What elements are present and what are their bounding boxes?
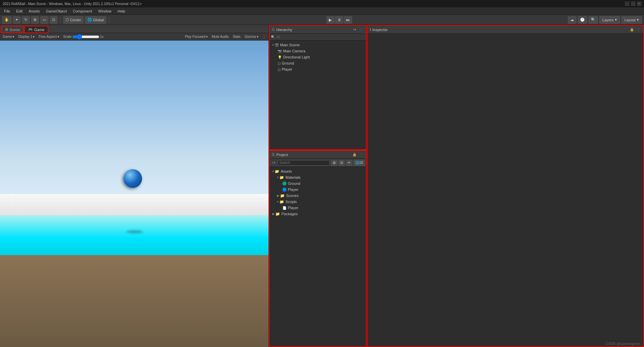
menu-assets[interactable]: Assets <box>26 8 43 14</box>
project-ground-material[interactable]: Ground <box>270 180 366 187</box>
game-toolbar: Game ▾ Display 1 ▾ Free Aspect ▾ Scale 1… <box>0 33 269 41</box>
stats-label: Stats <box>233 35 240 39</box>
project-player-material[interactable]: Player <box>270 187 366 193</box>
rect-tool[interactable]: ▭ <box>40 16 48 24</box>
hierarchy-item-main-camera[interactable]: 📷 Main Camera <box>270 48 366 54</box>
project-lock-button[interactable]: 🔒 <box>352 152 357 157</box>
project-scripts-folder[interactable]: ▾ 📁 Scripts <box>270 199 366 205</box>
game-dropdown[interactable]: Game ▾ <box>1 34 16 39</box>
player-script-icon: 📄 <box>282 206 286 210</box>
search-button[interactable]: 🔍 <box>589 16 598 24</box>
more-options-button[interactable]: ⋮ <box>261 34 267 39</box>
close-button[interactable]: ✕ <box>637 2 641 6</box>
minimize-button[interactable]: ─ <box>625 2 629 6</box>
hierarchy-more-button[interactable]: ⋮ <box>359 27 364 32</box>
rotate-tool[interactable]: ↻ <box>22 16 30 24</box>
hierarchy-header-right: +▾ ⋮ <box>352 27 364 32</box>
scale-control: Scale 1x <box>62 34 105 39</box>
hierarchy-search-bar: 🔍 All <box>270 34 366 41</box>
layers-chevron-icon: ▾ <box>615 18 617 22</box>
display-dropdown[interactable]: Display 1 ▾ <box>17 34 36 39</box>
ground-cyan <box>0 215 269 261</box>
global-icon: 🌐 <box>87 18 92 22</box>
move-tool[interactable]: ✦ <box>13 16 21 24</box>
project-player-script[interactable]: 📄 Player <box>270 205 366 211</box>
separator-1 <box>60 17 61 23</box>
materials-collapse-icon: ▾ <box>277 176 279 179</box>
layout-dropdown[interactable]: Layout ▾ <box>621 16 642 24</box>
project-scenes-folder[interactable]: ▶ 📁 Scenes <box>270 193 366 199</box>
project-view-btn-2[interactable]: ⊟ <box>339 160 345 166</box>
hierarchy-item-ground[interactable]: ◻ Ground <box>270 60 366 66</box>
hierarchy-item-directional-light[interactable]: 💡 Directional Light <box>270 54 366 60</box>
hierarchy-player-label: Player <box>282 67 292 71</box>
layout-chevron-icon: ▾ <box>637 18 639 22</box>
project-assets-label: Assets <box>281 169 292 173</box>
hierarchy-add-button[interactable]: +▾ <box>352 27 357 32</box>
inspector-lock-button[interactable]: 🔒 <box>629 27 635 32</box>
pivot-toggle[interactable]: ⬡ Center <box>63 16 84 24</box>
left-panel: ⊞ Scene 🎮 Game Game ▾ Display 1 ▾ Free A… <box>0 25 269 347</box>
project-packages-folder[interactable]: ▶ 📁 Packages <box>270 211 366 217</box>
project-view-btn-1[interactable]: ⊞ <box>331 160 337 166</box>
inspector-more-button[interactable]: ⋮ <box>636 27 641 32</box>
scale-tool[interactable]: ⊞ <box>31 16 39 24</box>
pivot-icon: ⬡ <box>66 18 69 22</box>
hand-tool[interactable]: ✋ <box>2 16 12 24</box>
layers-dropdown[interactable]: Layers ▾ <box>599 16 620 24</box>
menu-window[interactable]: Window <box>95 8 114 14</box>
light-icon: 💡 <box>278 55 282 59</box>
pause-button[interactable]: ⏸ <box>335 16 343 24</box>
assets-collapse-icon: ▾ <box>272 170 274 173</box>
project-scenes-label: Scenes <box>286 194 299 198</box>
project-assets-folder[interactable]: ▾ 📁 Assets <box>270 168 366 174</box>
play-controls: ▶ ⏸ ⏭ <box>326 16 352 24</box>
scene-icon: 🎬 <box>275 43 279 47</box>
camera-icon: 📷 <box>278 49 282 53</box>
hierarchy-scene-root[interactable]: ▾ 🎬 Main Scene <box>270 42 366 48</box>
hierarchy-ground-label: Ground <box>282 61 294 65</box>
project-panel: ☰ Project 🔒 ⋮ +▾ ⊞ ⊟ ✏ 🌐16 <box>269 150 367 347</box>
menu-help[interactable]: Help <box>115 8 128 14</box>
hierarchy-header: ☰ Hierarchy +▾ ⋮ <box>270 26 366 34</box>
project-search-input[interactable] <box>278 160 330 166</box>
play-focused-dropdown[interactable]: Play Focused ▾ <box>184 34 209 39</box>
gizmos-dropdown[interactable]: Gizmos ▾ <box>243 34 260 39</box>
stats-button[interactable]: Stats <box>231 34 242 39</box>
project-more-button[interactable]: ⋮ <box>359 152 364 157</box>
menu-component[interactable]: Component <box>70 8 95 14</box>
transform-tool[interactable]: ⊡ <box>50 16 58 24</box>
play-button[interactable]: ▶ <box>326 16 335 24</box>
project-settings-btn[interactable]: ✏ <box>346 160 352 166</box>
menu-edit[interactable]: Edit <box>14 8 25 14</box>
tab-scene[interactable]: ⊞ Scene <box>1 26 24 33</box>
hierarchy-panel-icon: ☰ <box>272 27 275 32</box>
gizmos-label: Gizmos <box>245 35 256 39</box>
scale-value: 1x <box>100 35 104 39</box>
project-player-script-label: Player <box>288 206 298 210</box>
maximize-button[interactable]: □ <box>631 2 635 6</box>
project-materials-folder[interactable]: ▾ 📁 Materials <box>270 174 366 180</box>
hierarchy-item-player[interactable]: ◻ Player <box>270 66 366 72</box>
scenes-folder-icon: 📁 <box>280 194 285 198</box>
project-add-button[interactable]: +▾ <box>271 160 276 166</box>
mute-audio-button[interactable]: Mute Audio <box>210 34 230 39</box>
menu-file[interactable]: File <box>1 8 13 14</box>
collab-button[interactable]: ☁ <box>568 16 576 24</box>
scene-collapse-icon: ▾ <box>272 43 274 47</box>
inspector-header-right: 🔒 ⋮ <box>629 27 641 32</box>
step-button[interactable]: ⏭ <box>344 16 352 24</box>
history-icon: 🕐 <box>580 18 585 22</box>
menu-gameobject[interactable]: GameObject <box>43 8 70 14</box>
tab-game[interactable]: 🎮 Game <box>24 26 48 33</box>
horizon-band <box>0 194 269 219</box>
undo-history[interactable]: 🕐 <box>578 16 587 24</box>
game-chevron-icon: ▾ <box>13 35 14 39</box>
aspect-dropdown[interactable]: Free Aspect ▾ <box>37 34 60 39</box>
center-right-panel: ☰ Hierarchy +▾ ⋮ 🔍 All ▾ � <box>269 25 367 347</box>
project-count-btn: 🌐16 <box>353 160 365 166</box>
scale-slider[interactable] <box>72 35 99 39</box>
global-toggle[interactable]: 🌐 Global <box>85 16 106 24</box>
title-bar-controls: ─ □ ✕ <box>625 2 641 6</box>
hierarchy-search-placeholder: All <box>276 35 280 39</box>
